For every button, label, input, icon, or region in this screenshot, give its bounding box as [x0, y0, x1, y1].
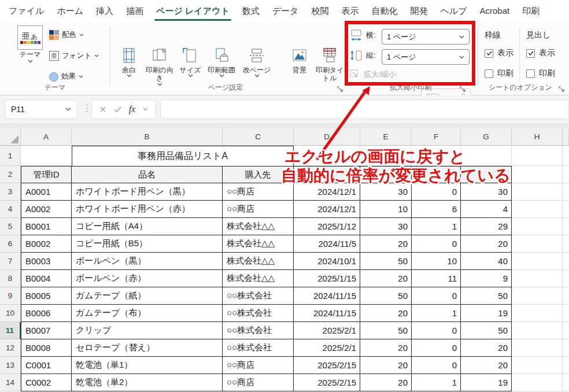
col-header-F[interactable]: F	[412, 128, 461, 146]
print-area-button[interactable]: 印刷範囲	[205, 47, 238, 79]
col-header-E[interactable]: E	[360, 128, 412, 146]
cell-E11[interactable]: 50	[360, 322, 412, 339]
cell-C11[interactable]: ○○株式会社	[223, 322, 294, 339]
orientation-button[interactable]: 印刷の向き	[145, 47, 175, 88]
cell-B11[interactable]: クリップ	[72, 322, 223, 339]
cell-F11[interactable]: 0	[412, 322, 461, 339]
cell-H6[interactable]	[512, 235, 563, 253]
cell-F6[interactable]: 0	[412, 235, 461, 253]
cell-D10[interactable]: 2024/11/15	[294, 305, 360, 322]
cell-C6[interactable]: 株式会社△△	[223, 235, 294, 253]
cell-F14[interactable]: 1	[412, 374, 461, 391]
cell-F7[interactable]: 10	[412, 253, 461, 270]
cell-G6[interactable]: 20	[461, 235, 512, 253]
cell-H12[interactable]	[512, 339, 563, 357]
cell-C7[interactable]: 株式会社△△	[223, 253, 294, 270]
row-header-8[interactable]: 8	[0, 270, 21, 287]
tab-6[interactable]: 数式	[236, 0, 266, 21]
cell-D7[interactable]: 2024/10/1	[294, 253, 360, 270]
tab-13[interactable]: Acrobat	[474, 0, 516, 21]
cell-C5[interactable]: 株式会社△△	[223, 218, 294, 235]
cell-A7[interactable]: B0003	[21, 253, 72, 270]
cell-G14[interactable]: 19	[461, 374, 512, 391]
col-header-A[interactable]: A	[21, 128, 72, 146]
row-header-7[interactable]: 7	[0, 253, 21, 270]
tab-8[interactable]: 校閲	[305, 0, 335, 21]
cell-B6[interactable]: コピー用紙（B5）	[72, 235, 223, 253]
cell-A2[interactable]: 管理ID	[21, 166, 72, 183]
cell-H13[interactable]	[512, 357, 563, 374]
cell-A13[interactable]: C0001	[21, 357, 72, 374]
cell-H7[interactable]	[512, 253, 563, 270]
row-header-13[interactable]: 13	[0, 357, 21, 374]
cell-A12[interactable]: B0008	[21, 339, 72, 357]
cell-G1[interactable]	[461, 146, 512, 166]
cell-A5[interactable]: B0001	[21, 218, 72, 235]
tab-7[interactable]: データ	[266, 0, 305, 21]
tab-1[interactable]: ファイル	[2, 0, 50, 21]
tab-5[interactable]: ページ レイアウト	[150, 0, 236, 21]
cell-G11[interactable]: 50	[461, 322, 512, 339]
scale-dialog-launcher[interactable]	[460, 86, 466, 93]
cell-G7[interactable]: 40	[461, 253, 512, 270]
cell-E12[interactable]: 20	[360, 339, 412, 357]
cell-E13[interactable]: 20	[360, 357, 412, 374]
cell-H11[interactable]	[512, 322, 563, 339]
cell-C13[interactable]: ○○商店	[223, 357, 294, 374]
row-header-10[interactable]: 10	[0, 305, 21, 322]
row-header-5[interactable]: 5	[0, 218, 21, 235]
row-header-3[interactable]: 3	[0, 183, 21, 201]
cell-D13[interactable]: 2025/2/15	[294, 357, 360, 374]
cell-A14[interactable]: C0002	[21, 374, 72, 391]
cell-B12[interactable]: セロテープ（替え）	[72, 339, 223, 357]
cell-C12[interactable]: ○○株式会社	[223, 339, 294, 357]
cell-A11[interactable]: B0007	[21, 322, 72, 339]
cell-D9[interactable]: 2024/11/15	[294, 287, 360, 305]
tab-12[interactable]: ヘルプ	[434, 0, 473, 21]
size-button[interactable]: サイズ	[178, 47, 202, 79]
row-header-2[interactable]: 2	[0, 166, 21, 183]
cell-F8[interactable]: 11	[412, 270, 461, 287]
cell-E14[interactable]: 20	[360, 374, 412, 391]
cell-G13[interactable]: 20	[461, 357, 512, 374]
name-box[interactable]: P11	[5, 99, 77, 119]
cell-C10[interactable]: ○○株式会社	[223, 305, 294, 322]
tab-10[interactable]: 自動化	[365, 0, 404, 21]
gridlines-view-checkbox[interactable]: 表示	[485, 48, 513, 58]
cell-F9[interactable]: 0	[412, 287, 461, 305]
select-all-corner[interactable]	[0, 128, 21, 146]
col-header-G[interactable]: G	[461, 128, 512, 146]
row-header-11[interactable]: 11	[0, 322, 21, 339]
cell-G10[interactable]: 19	[461, 305, 512, 322]
cell-F12[interactable]: 0	[412, 339, 461, 357]
cell-H2[interactable]	[512, 166, 563, 183]
cell-B2[interactable]: 品名	[72, 166, 223, 183]
cell-H1[interactable]	[512, 146, 563, 166]
cell-H14[interactable]	[512, 374, 563, 391]
theme-colors-button[interactable]: 配色	[49, 30, 84, 40]
cell-F4[interactable]: 6	[412, 201, 461, 218]
cell-E4[interactable]: 10	[360, 201, 412, 218]
cell-E10[interactable]: 20	[360, 305, 412, 322]
cell-D6[interactable]: 2024/11/5	[294, 235, 360, 253]
cell-B8[interactable]: ボールペン（赤）	[72, 270, 223, 287]
tab-14[interactable]: 印刷	[516, 0, 546, 21]
cell-H10[interactable]	[512, 305, 563, 322]
cell-E5[interactable]: 30	[360, 218, 412, 235]
cell-D4[interactable]: 2024/12/1	[294, 201, 360, 218]
row-header-14[interactable]: 14	[0, 374, 21, 391]
cell-G8[interactable]: 9	[461, 270, 512, 287]
cell-E6[interactable]: 20	[360, 235, 412, 253]
row-header-4[interactable]: 4	[0, 201, 21, 218]
margins-button[interactable]: 余白	[116, 47, 142, 79]
cell-G5[interactable]: 29	[461, 218, 512, 235]
col-header-H[interactable]: H	[512, 128, 563, 146]
page-break-button[interactable]: 改ページ	[242, 47, 272, 79]
sheet-title-cell[interactable]: 事務用品備品リストA	[72, 146, 294, 166]
cell-D5[interactable]: 2025/1/12	[294, 218, 360, 235]
headings-view-checkbox[interactable]: 表示	[526, 48, 555, 58]
cell-D14[interactable]: 2025/2/15	[294, 374, 360, 391]
cell-G9[interactable]: 50	[461, 287, 512, 305]
headings-print-checkbox[interactable]: 印刷	[526, 68, 555, 79]
cell-B13[interactable]: 乾電池（単1）	[72, 357, 223, 374]
